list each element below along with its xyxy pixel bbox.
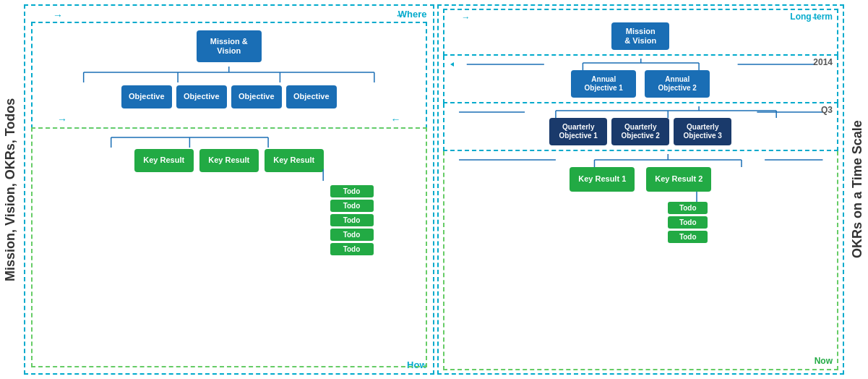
- objective-4: Objective: [286, 85, 337, 108]
- todo-5: Todo: [330, 243, 374, 255]
- diagrams-container: Where How → ← Mission & Vision: [21, 0, 847, 379]
- left-diagram-panel: Where How → ← Mission & Vision: [24, 4, 434, 375]
- key-result-3: Key Result: [265, 149, 324, 172]
- r-key-result-1: Key Result 1: [570, 167, 635, 192]
- annual-to-quarterly-lines: [447, 106, 835, 118]
- obj-to-kr-lines: [33, 129, 426, 149]
- objective-1: Objective: [121, 85, 172, 108]
- left-label: Mission, Vision, OKRs, Todos: [0, 0, 21, 379]
- mission-to-annual-lines: [447, 59, 835, 70]
- objective-2: Objective: [176, 85, 227, 108]
- longterm-label: Long term: [790, 12, 833, 22]
- r-top-arrow-right: →: [462, 12, 470, 22]
- key-result-1: Key Result: [134, 149, 194, 172]
- top-sub-panel: Mission & Vision Objective Objective Obj…: [31, 22, 427, 129]
- mission-vision-box: Mission & Vision: [197, 30, 262, 62]
- todo-2: Todo: [330, 200, 374, 212]
- mid-arrow-right: →: [57, 114, 67, 125]
- todo-1: Todo: [330, 185, 374, 197]
- quarterly-obj-2: QuarterlyObjective 2: [611, 118, 669, 145]
- quarterly-obj-1: QuarterlyObjective 1: [549, 118, 607, 145]
- todo-4: Todo: [330, 229, 374, 241]
- y2014-label: 2014: [813, 57, 833, 67]
- r-todo-2: Todo: [668, 216, 708, 229]
- where-label: Where: [398, 9, 427, 20]
- annual-obj-2: AnnualObjective 2: [645, 70, 710, 98]
- quarterly-to-kr-lines: [447, 154, 835, 167]
- r-todo-3: Todo: [668, 231, 708, 243]
- top-arrow-right: →: [53, 9, 63, 21]
- svg-marker-16: [450, 62, 454, 67]
- right-diagram-panel: Long term → ← Mission& Vision 2014: [437, 4, 845, 375]
- q3-label: Q3: [821, 105, 833, 115]
- r-todo-1: Todo: [668, 202, 708, 214]
- now-label: Now: [815, 356, 833, 366]
- mid-arrow-left: ←: [391, 114, 401, 125]
- kr2-to-todo-lines: [646, 192, 711, 202]
- right-label: OKRs on a Time Scale: [847, 0, 868, 379]
- annual-obj-1: AnnualObjective 1: [571, 70, 636, 98]
- key-result-2: Key Result: [199, 149, 259, 172]
- r-mission-vision: Mission& Vision: [611, 22, 669, 50]
- objective-3: Objective: [231, 85, 282, 108]
- todo-3: Todo: [330, 214, 374, 226]
- quarterly-obj-3: QuarterlyObjective 3: [674, 118, 731, 145]
- bottom-sub-panel: Key Result Key Result Key Result Todo To…: [31, 127, 427, 367]
- r-key-result-2: Key Result 2: [646, 167, 711, 192]
